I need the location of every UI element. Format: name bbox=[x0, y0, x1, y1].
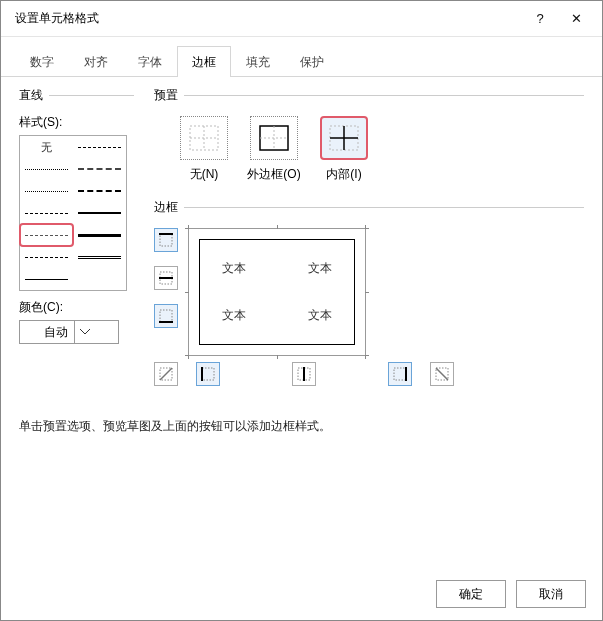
ok-button[interactable]: 确定 bbox=[436, 580, 506, 608]
preview-wrap: 文本 文本 文本 文本 bbox=[182, 226, 366, 356]
preset-inside-label: 内部(I) bbox=[326, 166, 361, 183]
border-right-button[interactable] bbox=[388, 362, 412, 386]
color-value: 自动 bbox=[44, 324, 68, 341]
border-vmiddle-button[interactable] bbox=[292, 362, 316, 386]
right-column: 预置 无(N) 外边框(O) bbox=[154, 87, 584, 394]
tab-number[interactable]: 数字 bbox=[15, 46, 69, 77]
tabs: 数字 对齐 字体 边框 填充 保护 bbox=[1, 37, 602, 77]
border-fieldset: 边框 bbox=[154, 199, 584, 386]
line-legend: 直线 bbox=[19, 87, 49, 104]
preset-none-label: 无(N) bbox=[190, 166, 219, 183]
hint-text: 单击预置选项、预览草图及上面的按钮可以添加边框样式。 bbox=[1, 394, 602, 435]
border-diag-down-button[interactable] bbox=[430, 362, 454, 386]
border-top-button[interactable] bbox=[154, 228, 178, 252]
preset-outline[interactable]: 外边框(O) bbox=[246, 116, 302, 183]
preset-none-icon bbox=[180, 116, 228, 160]
preview-inner: 文本 文本 文本 文本 bbox=[199, 239, 355, 345]
style-opt-2[interactable] bbox=[20, 158, 73, 180]
svg-line-24 bbox=[436, 368, 448, 380]
border-left-button[interactable] bbox=[196, 362, 220, 386]
tab-font[interactable]: 字体 bbox=[123, 46, 177, 77]
tab-fill[interactable]: 填充 bbox=[231, 46, 285, 77]
content: 直线 样式(S): 无 bbox=[1, 77, 602, 394]
style-opt-7[interactable] bbox=[73, 202, 126, 224]
preset-inside[interactable]: 内部(I) bbox=[316, 116, 372, 183]
preset-outline-icon bbox=[250, 116, 298, 160]
style-opt-4[interactable] bbox=[20, 180, 73, 202]
style-opt-8[interactable] bbox=[20, 224, 73, 246]
style-opt-10[interactable] bbox=[20, 246, 73, 268]
side-buttons-left bbox=[154, 226, 178, 356]
style-opt-12[interactable] bbox=[20, 268, 73, 290]
svg-rect-17 bbox=[202, 368, 214, 380]
cancel-button[interactable]: 取消 bbox=[516, 580, 586, 608]
window-title: 设置单元格格式 bbox=[15, 10, 522, 27]
preview-text-2: 文本 bbox=[308, 260, 332, 277]
style-opt-9[interactable] bbox=[73, 224, 126, 246]
preset-none[interactable]: 无(N) bbox=[176, 116, 232, 183]
style-opt-11[interactable] bbox=[73, 246, 126, 268]
footer: 确定 取消 bbox=[436, 580, 586, 608]
close-button[interactable]: ✕ bbox=[558, 5, 594, 33]
style-opt-13[interactable] bbox=[73, 268, 126, 290]
border-legend: 边框 bbox=[154, 199, 184, 216]
style-opt-6[interactable] bbox=[20, 202, 73, 224]
style-opt-1[interactable] bbox=[73, 136, 126, 158]
style-label: 样式(S): bbox=[19, 114, 134, 131]
border-hmiddle-button[interactable] bbox=[154, 266, 178, 290]
border-bottom-button[interactable] bbox=[154, 304, 178, 328]
svg-line-16 bbox=[160, 368, 172, 380]
style-opt-3[interactable] bbox=[73, 158, 126, 180]
preset-inside-icon bbox=[320, 116, 368, 160]
tab-alignment[interactable]: 对齐 bbox=[69, 46, 123, 77]
svg-rect-21 bbox=[394, 368, 406, 380]
color-dropdown[interactable]: 自动 bbox=[19, 320, 119, 344]
preview-text-3: 文本 bbox=[222, 307, 246, 324]
style-listbox[interactable]: 无 bbox=[19, 135, 127, 291]
presets-fieldset: 预置 无(N) 外边框(O) bbox=[154, 87, 584, 191]
chevron-down-icon bbox=[74, 321, 94, 343]
bottom-border-buttons bbox=[154, 356, 584, 386]
border-preview[interactable]: 文本 文本 文本 文本 bbox=[188, 228, 366, 356]
svg-rect-9 bbox=[160, 234, 172, 246]
preview-text-4: 文本 bbox=[308, 307, 332, 324]
style-none[interactable]: 无 bbox=[20, 136, 73, 158]
left-column: 直线 样式(S): 无 bbox=[19, 87, 134, 394]
titlebar: 设置单元格格式 ? ✕ bbox=[1, 1, 602, 37]
preview-text-1: 文本 bbox=[222, 260, 246, 277]
color-label: 颜色(C): bbox=[19, 299, 134, 316]
svg-rect-13 bbox=[160, 310, 172, 322]
tab-border[interactable]: 边框 bbox=[177, 46, 231, 77]
tab-protection[interactable]: 保护 bbox=[285, 46, 339, 77]
help-button[interactable]: ? bbox=[522, 5, 558, 33]
line-fieldset: 直线 样式(S): 无 bbox=[19, 87, 134, 291]
style-opt-5[interactable] bbox=[73, 180, 126, 202]
presets-legend: 预置 bbox=[154, 87, 184, 104]
border-diag-up-button[interactable] bbox=[154, 362, 178, 386]
preset-outline-label: 外边框(O) bbox=[247, 166, 300, 183]
